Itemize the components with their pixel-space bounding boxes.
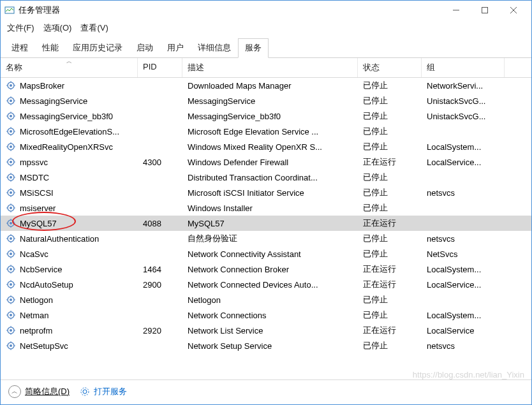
service-icon [6, 157, 16, 167]
svc-group: LocalService [422, 326, 505, 335]
svc-name: Netman [20, 311, 49, 320]
svg-point-42 [81, 388, 89, 395]
table-row[interactable]: NcaSvcNetwork Connectivity Assistant已停止N… [1, 246, 531, 261]
svc-pid: 4088 [138, 219, 182, 228]
table-row[interactable]: mpssvc4300Windows Defender Firewall正在运行L… [1, 154, 531, 170]
svc-desc: Netlogon [182, 295, 358, 305]
menu-file[interactable]: 文件(F) [7, 22, 34, 34]
svc-status: 正在运行 [358, 217, 422, 229]
svg-point-36 [10, 314, 12, 316]
svc-status: 正在运行 [358, 156, 422, 168]
svg-point-22 [10, 207, 12, 209]
tab-6[interactable]: 服务 [238, 38, 269, 58]
svc-group: netsvcs [422, 341, 505, 351]
svc-desc: Network Connectivity Assistant [182, 249, 358, 259]
tab-4[interactable]: 用户 [160, 38, 191, 58]
table-row[interactable]: NcbService1464Network Connection Broker正… [1, 261, 531, 277]
service-icon [6, 172, 16, 182]
service-icon [6, 279, 16, 290]
svc-group: netsvcs [422, 234, 505, 244]
svg-rect-2 [482, 8, 487, 13]
fewer-details-button[interactable]: ︿ 简略信息(D) [8, 385, 70, 398]
svg-point-26 [10, 237, 12, 240]
minimize-button[interactable] [441, 1, 470, 20]
maximize-button[interactable] [470, 1, 499, 20]
tab-0[interactable]: 进程 [4, 38, 35, 58]
table-row[interactable]: MSiSCSIMicrosoft iSCSI Initiator Service… [1, 185, 531, 200]
service-icon [6, 96, 16, 106]
svg-rect-0 [5, 7, 14, 13]
col-group[interactable]: 组 [422, 58, 505, 77]
tab-5[interactable]: 详细信息 [191, 38, 238, 58]
table-row[interactable]: NetmanNetwork Connections已停止LocalSystem.… [1, 307, 531, 323]
svc-name: MySQL57 [20, 219, 57, 228]
tab-3[interactable]: 启动 [129, 38, 160, 58]
menu-options[interactable]: 选项(O) [43, 22, 72, 34]
svc-desc: Distributed Transaction Coordinat... [182, 173, 358, 182]
service-icon [6, 80, 16, 91]
svg-point-10 [10, 115, 12, 117]
chevron-up-icon: ︿ [8, 385, 21, 398]
svg-point-41 [83, 390, 87, 394]
table-row[interactable]: NetSetupSvcNetwork Setup Service已停止netsv… [1, 338, 531, 353]
svc-status: 已停止 [358, 294, 422, 306]
table-row[interactable]: MapsBrokerDownloaded Maps Manager已停止Netw… [1, 78, 531, 93]
table-row[interactable]: msiserverWindows Installer已停止 [1, 200, 531, 216]
close-button[interactable] [499, 1, 528, 20]
svc-name: netprofm [20, 326, 52, 335]
service-icon [6, 203, 16, 213]
svc-name: Netlogon [20, 295, 53, 305]
svc-desc: Windows Installer [182, 203, 358, 213]
service-icon [6, 233, 16, 244]
table-row[interactable]: NetlogonNetlogon已停止 [1, 292, 531, 307]
table-row[interactable]: MessagingServiceMessagingService已停止Unist… [1, 93, 531, 108]
svc-desc: Network Connected Devices Auto... [182, 280, 358, 290]
tab-1[interactable]: 性能 [35, 38, 66, 58]
svg-point-20 [10, 191, 12, 194]
table-row[interactable]: MixedRealityOpenXRSvcWindows Mixed Reali… [1, 139, 531, 154]
col-pid[interactable]: PID [138, 58, 182, 77]
svc-group: netsvcs [422, 188, 505, 198]
svc-pid: 2920 [138, 326, 182, 335]
svc-pid: 2900 [138, 280, 182, 290]
col-status[interactable]: 状态 [358, 58, 422, 77]
svg-point-8 [10, 99, 12, 102]
grid-rows[interactable]: MapsBrokerDownloaded Maps Manager已停止Netw… [1, 78, 531, 378]
table-row[interactable]: MSDTCDistributed Transaction Coordinat..… [1, 170, 531, 185]
svc-status: 正在运行 [358, 279, 422, 290]
svc-group: LocalSystem... [422, 142, 505, 152]
table-row[interactable]: MicrosoftEdgeElevationS...Microsoft Edge… [1, 124, 531, 139]
menu-view[interactable]: 查看(V) [80, 22, 108, 34]
table-row[interactable]: NcdAutoSetup2900Network Connected Device… [1, 277, 531, 292]
statusbar: ︿ 简略信息(D) 打开服务 [1, 379, 531, 402]
tab-2[interactable]: 应用历史记录 [66, 38, 129, 58]
table-row[interactable]: MessagingService_bb3f0MessagingService_b… [1, 108, 531, 124]
svc-status: 正在运行 [358, 263, 422, 275]
svg-point-6 [10, 84, 12, 87]
svc-desc: Network List Service [182, 326, 358, 335]
svc-desc: Windows Mixed Reality OpenXR S... [182, 142, 358, 152]
table-row[interactable]: netprofm2920Network List Service正在运行Loca… [1, 323, 531, 338]
col-desc[interactable]: 描述 [182, 58, 358, 77]
service-icon [6, 126, 16, 136]
menubar: 文件(F) 选项(O) 查看(V) [1, 20, 531, 36]
svc-name: NetSetupSvc [20, 341, 68, 351]
open-services-link[interactable]: 打开服务 [80, 386, 127, 397]
col-name[interactable]: 名称︿ [1, 58, 138, 77]
svg-point-28 [10, 253, 12, 255]
grid-header: 名称︿ PID 描述 状态 组 [1, 58, 531, 78]
table-row[interactable]: NaturalAuthentication自然身份验证已停止netsvcs [1, 231, 531, 246]
svc-name: msiserver [20, 203, 55, 213]
svc-name: MixedRealityOpenXRSvc [20, 142, 113, 152]
table-row[interactable]: MySQL574088MySQL57正在运行 [1, 216, 531, 231]
service-icon [6, 218, 16, 228]
service-icon [6, 325, 16, 335]
svc-name: MapsBroker [20, 81, 64, 91]
svc-desc: MySQL57 [182, 219, 358, 228]
svc-desc: 自然身份验证 [182, 233, 358, 244]
svc-name: NaturalAuthentication [20, 234, 99, 244]
svc-desc: MessagingService_bb3f0 [182, 112, 358, 121]
gear-icon [80, 387, 90, 397]
service-icon [6, 341, 16, 351]
window-title: 任务管理器 [18, 4, 441, 16]
